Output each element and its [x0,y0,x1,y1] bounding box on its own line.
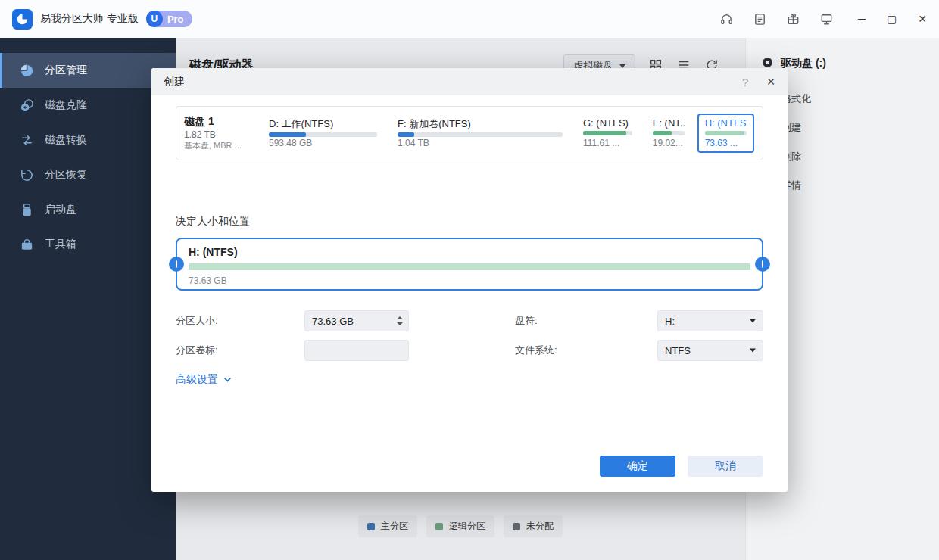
sidebar-item-label: 磁盘克隆 [45,98,87,112]
slider-bar [189,263,750,270]
disk-name: 磁盘 1 [184,115,254,129]
size-position-heading: 决定大小和位置 [176,215,763,229]
partition-usage-bar [398,132,563,137]
advanced-settings-link[interactable]: 高级设置 [176,373,232,387]
slider-handle-right[interactable] [755,257,770,272]
dialog-title: 创建 [164,75,185,89]
legend-label: 主分区 [381,520,408,533]
form-row: 分区卷标: 文件系统: NTFS [176,340,763,361]
partition-legend: 主分区 逻辑分区 未分配 [176,515,745,537]
file-system-label: 文件系统: [515,344,657,357]
partition-usage-fill [653,131,672,135]
sidebar-item-toolbox[interactable]: 工具箱 [0,227,176,262]
drive-letter-label: 盘符: [515,314,657,328]
legend-primary: 主分区 [358,515,417,537]
stepper-up-icon[interactable] [397,316,403,319]
app-title: 易我分区大师 专业版 [40,12,139,26]
partition-cell-f[interactable]: F: 新加卷(NTFS) 1.04 TB [390,114,570,153]
partition-label: G: (NTFS) [583,117,632,129]
cancel-button[interactable]: 取消 [688,456,763,477]
partition-usage-bar [653,131,685,135]
feedback-icon[interactable] [752,11,767,26]
dialog-close-icon[interactable]: ✕ [766,76,775,88]
partition-size-label: 分区大小: [176,314,304,328]
partition-usage-bar [705,131,747,135]
partition-cell-e[interactable]: E: (NT... 19.02... [645,114,692,153]
size-slider: H: (NTFS) 73.63 GB [176,238,763,291]
slider-handle-left[interactable] [169,257,184,272]
partition-label: H: (NTFS) [705,117,747,129]
sidebar-item-disk-convert[interactable]: 磁盘转换 [0,123,176,157]
dialog-body: 磁盘 1 1.82 TB 基本盘, MBR ... D: 工作(NTFS) 59… [151,95,788,492]
disk-info: 磁盘 1 1.82 TB 基本盘, MBR ... [184,114,254,153]
minimize-icon[interactable]: ─ [858,14,866,24]
device-download-icon[interactable] [819,11,834,26]
disk-capacity: 1.82 TB [184,129,254,140]
sidebar-item-label: 启动盘 [45,203,76,216]
partition-usage-fill [705,131,744,135]
sidebar: 分区管理 磁盘克隆 磁盘转换 分区恢复 启动盘 [0,38,176,560]
volume-label-input[interactable] [304,340,409,361]
partition-usage-fill [269,132,306,137]
partition-size: 593.48 GB [269,138,377,148]
pie-chart-icon [19,63,34,78]
legend-logical: 逻辑分区 [426,515,494,537]
app-window: 易我分区大师 专业版 U Pro [0,0,939,560]
pro-badge[interactable]: U Pro [146,11,192,27]
partition-size: 1.04 TB [398,138,563,148]
volume-label-label: 分区卷标: [176,344,304,357]
toolbox-icon [19,237,34,252]
recovery-icon [19,167,34,182]
partition-size: 19.02... [653,138,685,148]
window-controls: ─ ▢ ✕ [858,14,927,24]
sidebar-item-partition-manager[interactable]: 分区管理 [0,53,176,88]
drive-panel-title: 驱动盘 (:) [781,57,826,70]
partition-label: E: (NT... [653,117,685,129]
primary-color-swatch [367,523,375,530]
logical-color-swatch [435,523,443,530]
partition-label: F: 新加卷(NTFS) [398,117,563,131]
partition-cell-h[interactable]: H: (NTFS) 73.63 ... [697,114,754,153]
unallocated-color-swatch [513,523,520,530]
create-dialog: 创建 ? ✕ 磁盘 1 1.82 TB 基本盘, MBR ... D: 工作(N… [151,68,788,492]
partition-usage-bar [269,132,377,137]
partitions-row: D: 工作(NTFS) 593.48 GB F: 新加卷(NTFS) 1.04 … [261,114,755,153]
slider-partition-label: H: (NTFS) [189,246,750,258]
stepper-down-icon[interactable] [397,322,403,325]
chevron-down-icon [223,377,232,383]
app-logo-icon [12,9,33,30]
sidebar-item-label: 磁盘转换 [45,133,87,147]
dialog-buttons: 确定 取消 [600,456,763,477]
partition-usage-fill [583,131,626,135]
partition-cell-d[interactable]: D: 工作(NTFS) 593.48 GB [261,114,385,153]
legend-unallocated: 未分配 [504,515,563,537]
gift-icon[interactable] [785,11,800,26]
partition-size: 73.63 ... [705,138,747,148]
advanced-settings-label: 高级设置 [176,373,218,387]
partition-usage-fill [398,132,414,137]
sidebar-item-disk-clone[interactable]: 磁盘克隆 [0,88,176,123]
support-headset-icon[interactable] [719,11,734,26]
drive-letter-select[interactable]: H: [657,310,763,331]
dialog-header-actions: ? ✕ [742,76,775,89]
sidebar-item-partition-recovery[interactable]: 分区恢复 [0,157,176,192]
stepper-icons [397,316,403,325]
drive-letter-value: H: [665,316,675,327]
help-icon[interactable]: ? [742,76,748,89]
close-icon[interactable]: ✕ [918,14,927,24]
sidebar-item-boot-disk[interactable]: 启动盘 [0,192,176,227]
file-system-select[interactable]: NTFS [657,340,763,361]
chevron-down-icon [750,349,756,353]
upgrade-logo-icon: U [146,11,163,27]
boot-disk-icon [19,202,34,217]
file-system-value: NTFS [665,345,691,356]
partition-label: D: 工作(NTFS) [269,117,377,131]
sidebar-item-label: 工具箱 [45,238,76,251]
partition-size-input[interactable]: 73.63 GB [304,310,409,331]
maximize-icon[interactable]: ▢ [887,14,897,24]
ok-button[interactable]: 确定 [600,456,675,477]
partition-usage-bar [583,131,632,135]
pro-badge-label: Pro [167,14,184,25]
partition-cell-g[interactable]: G: (NTFS) 111.61 ... [576,114,640,153]
disk-convert-icon [19,132,34,148]
